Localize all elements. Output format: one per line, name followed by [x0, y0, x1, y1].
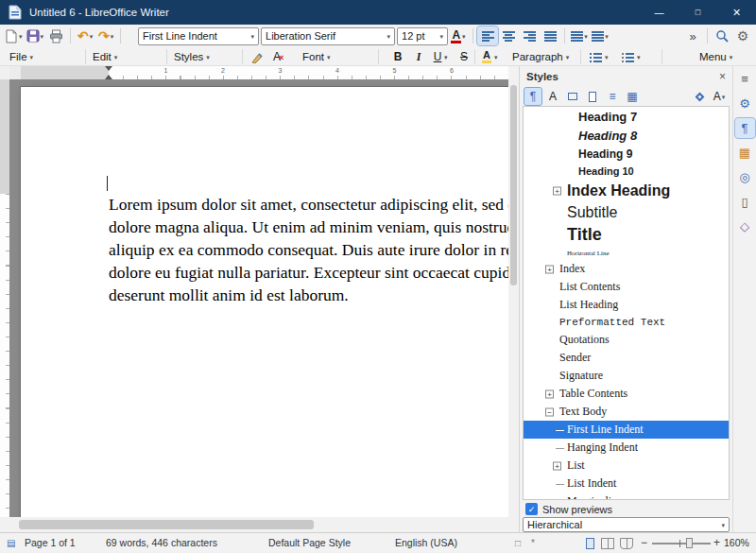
font-name-combobox[interactable]: Liberation Serif ▾ — [261, 27, 395, 45]
gallery-tab[interactable]: ▦ — [735, 143, 755, 163]
zoom-out-button[interactable]: − — [641, 533, 647, 553]
zoom-level[interactable]: 160% — [724, 533, 749, 553]
file-menu[interactable]: File▾ — [9, 47, 33, 66]
style-item-text-body[interactable]: −Text Body — [524, 403, 729, 421]
dropdown-arrow-icon[interactable]: ▾ — [440, 33, 444, 40]
properties-tab[interactable]: ⚙ — [735, 94, 755, 113]
underline-dropdown-icon[interactable]: ▾ — [444, 47, 448, 66]
sidebar-settings-button[interactable]: ≡ — [735, 69, 755, 89]
style-item-list-contents[interactable]: List Contents — [524, 278, 729, 296]
minimize-button[interactable]: — — [640, 0, 679, 25]
style-item-title[interactable]: Title — [524, 223, 729, 247]
vertical-scrollbar[interactable] — [508, 79, 519, 517]
text-line[interactable]: dolore eu fugiat nulla pariatur. Excepte… — [109, 261, 508, 284]
italic-button[interactable]: I — [410, 47, 427, 66]
multi-page-view-button[interactable] — [601, 538, 614, 549]
character-styles-tab[interactable]: A — [544, 88, 561, 105]
text-line[interactable]: deserunt mollit anim id est laborum. — [109, 284, 508, 306]
selection-mode-icon[interactable]: □ — [515, 533, 521, 553]
zoom-in-button[interactable]: + — [713, 533, 720, 553]
style-item-hanging-indent[interactable]: Hanging Indent — [524, 439, 729, 457]
align-left-button[interactable] — [477, 26, 498, 45]
style-item-index-heading[interactable]: +Index Heading — [524, 180, 729, 201]
text-line[interactable]: aliquip ex ea commodo consequat. Duis au… — [109, 238, 508, 261]
hamburger-menu[interactable]: Menu▾ — [699, 47, 732, 66]
find-replace-button[interactable] — [712, 26, 732, 45]
horizontal-scrollbar-thumb[interactable] — [19, 520, 314, 529]
justify-button[interactable] — [540, 26, 560, 45]
strikethrough-button[interactable]: S — [455, 47, 472, 66]
frame-styles-tab[interactable] — [564, 88, 581, 105]
style-item-heading-9[interactable]: Heading 9 — [524, 145, 729, 163]
page-styles-tab[interactable] — [584, 88, 601, 105]
single-page-view-button[interactable] — [586, 538, 594, 549]
edit-menu[interactable]: Edit▾ — [93, 47, 117, 66]
zoom-slider-track[interactable] — [652, 543, 711, 544]
close-button[interactable]: × — [717, 0, 756, 25]
style-inspector-tab[interactable]: ◇ — [735, 216, 755, 236]
expand-icon[interactable]: + — [545, 389, 554, 398]
paragraph-menu[interactable]: Paragraph▾ — [512, 47, 569, 66]
save-button[interactable]: ▾ — [25, 26, 46, 45]
page-style-indicator[interactable]: Default Page Style — [268, 533, 351, 553]
print-button[interactable] — [45, 26, 66, 45]
vertical-scrollbar-thumb[interactable] — [510, 85, 517, 285]
align-center-button[interactable] — [498, 26, 519, 45]
book-view-button[interactable] — [620, 538, 633, 549]
page-format-icon[interactable]: ▤ — [7, 533, 15, 553]
page-indicator[interactable]: Page 1 of 1 — [25, 533, 76, 553]
style-item-sender[interactable]: Sender — [524, 349, 729, 367]
dropdown-arrow-icon[interactable]: ▾ — [251, 33, 255, 40]
styles-menu[interactable]: Styles▾ — [174, 47, 210, 66]
settings-button[interactable]: ⚙ — [732, 26, 753, 45]
style-item-first-line-indent[interactable]: First Line Indent — [524, 421, 729, 439]
style-item-horizontal-line[interactable]: Horizontal Line — [524, 247, 729, 260]
redo-button[interactable]: ↷ ▾ — [95, 26, 116, 45]
horizontal-scrollbar[interactable] — [0, 517, 508, 532]
paragraph-style-combobox[interactable]: First Line Indent ▾ — [138, 27, 259, 45]
dropdown-arrow-icon[interactable]: ▾ — [387, 33, 391, 40]
table-styles-tab[interactable]: ▦ — [624, 88, 641, 105]
close-sidebar-icon[interactable]: × — [719, 70, 726, 83]
line-spacing-button[interactable]: ▾ — [569, 26, 590, 45]
style-item-heading-8[interactable]: Heading 8 — [524, 126, 729, 145]
document-text[interactable]: Lorem ipsum dolor sit amet, consectetur … — [109, 193, 508, 306]
navigator-tab[interactable]: ◎ — [735, 167, 755, 187]
show-previews-label[interactable]: Show previews — [542, 504, 612, 515]
paragraph-spacing-button[interactable]: ▾ — [590, 26, 610, 45]
bold-button[interactable]: B — [389, 47, 406, 66]
zoom-slider-thumb[interactable] — [686, 538, 693, 548]
fill-format-mode-button[interactable] — [691, 88, 708, 105]
style-item-signature[interactable]: Signature — [524, 367, 729, 385]
align-right-button[interactable] — [519, 26, 540, 45]
toolbar-overflow-button[interactable]: » — [682, 26, 703, 45]
bullets-button[interactable]: ▾ — [590, 47, 609, 66]
style-item-index[interactable]: +Index — [524, 260, 729, 278]
first-line-indent-marker[interactable] — [105, 66, 112, 71]
new-style-from-selection-button[interactable]: A ▾ — [711, 88, 728, 105]
style-item-preformatted-text[interactable]: Preformatted Text — [524, 314, 729, 331]
word-count[interactable]: 69 words, 446 characters — [106, 533, 217, 553]
page-tab[interactable]: ▯ — [735, 192, 755, 212]
language-indicator[interactable]: English (USA) — [395, 533, 457, 553]
font-color-button[interactable]: A ▾ — [448, 26, 469, 45]
dropdown-arrow-icon[interactable]: ▾ — [721, 522, 725, 528]
paragraph-styles-tab[interactable]: ¶ — [524, 88, 541, 105]
style-filter-combobox[interactable]: Hierarchical ▾ — [523, 517, 730, 532]
new-document-button[interactable]: ▾ — [3, 26, 25, 45]
styles-tab[interactable]: ¶ — [735, 118, 755, 138]
document-canvas[interactable]: Lorem ipsum dolor sit amet, consectetur … — [9, 79, 508, 517]
style-item-marginalia[interactable]: Marginalia — [524, 493, 729, 500]
font-menu[interactable]: Font▾ — [302, 47, 331, 66]
horizontal-ruler[interactable]: 123456 — [9, 66, 508, 79]
style-item-heading-7[interactable]: Heading 7 — [524, 107, 729, 126]
maximize-button[interactable]: □ — [679, 0, 717, 25]
document-modified-icon[interactable]: * — [531, 533, 535, 553]
style-item-quotations[interactable]: Quotations — [524, 331, 729, 349]
font-size-combobox[interactable]: 12 pt ▾ — [397, 27, 448, 45]
style-item-heading-10[interactable]: Heading 10 — [524, 163, 729, 180]
list-styles-tab[interactable]: ≡ — [604, 88, 621, 105]
expand-icon[interactable]: + — [553, 461, 561, 470]
expand-icon[interactable]: + — [553, 186, 561, 195]
clear-formatting-button[interactable]: A× — [273, 47, 290, 66]
